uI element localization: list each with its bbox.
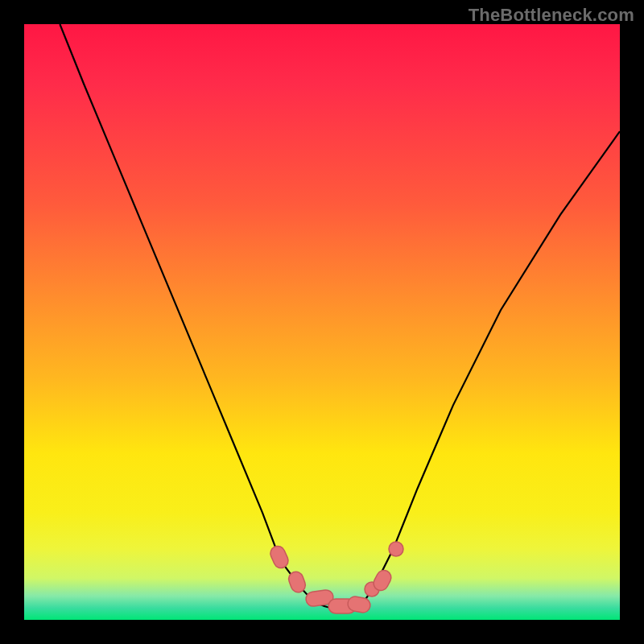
chart-svg: [24, 24, 620, 620]
plot-area: [24, 24, 620, 620]
marker-group: [268, 542, 403, 613]
watermark-text: TheBottleneck.com: [469, 5, 634, 26]
curve-marker: [268, 544, 291, 571]
curve-path: [60, 24, 620, 608]
chart-container: TheBottleneck.com: [0, 0, 644, 644]
curve-marker: [389, 542, 403, 556]
